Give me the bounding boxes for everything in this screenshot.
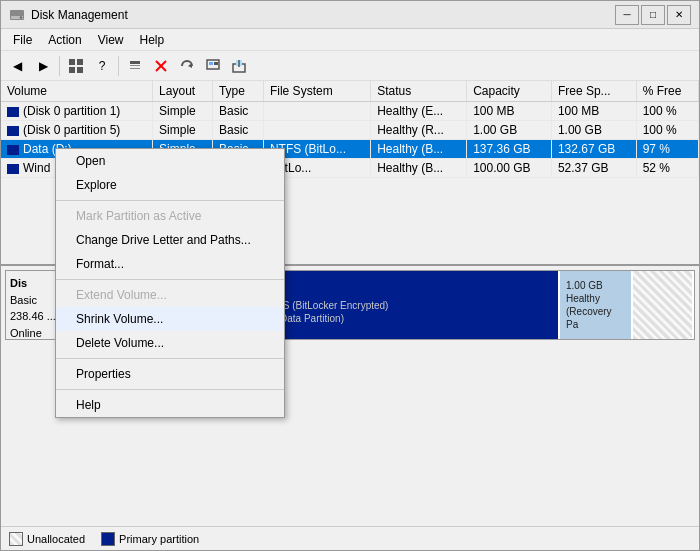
ctx-item-properties[interactable]: Properties — [56, 362, 284, 386]
svg-marker-12 — [188, 63, 192, 68]
ctx-item-help[interactable]: Help — [56, 393, 284, 417]
legend-unallocated: Unallocated — [9, 532, 85, 546]
legend-primary-box — [101, 532, 115, 546]
export-button[interactable] — [227, 55, 251, 77]
table-cell: (Disk 0 partition 1) — [1, 102, 153, 121]
svg-rect-3 — [69, 59, 75, 65]
ctx-item-extend-volume-: Extend Volume... — [56, 283, 284, 307]
ctx-separator — [56, 358, 284, 359]
svg-rect-9 — [130, 68, 140, 69]
ctx-item-shrink-volume-[interactable]: Shrink Volume... — [56, 307, 284, 331]
ctx-separator — [56, 389, 284, 390]
table-row[interactable]: (Disk 0 partition 5)SimpleBasicHealthy (… — [1, 121, 699, 140]
menu-help[interactable]: Help — [132, 31, 173, 49]
ctx-item-change-drive-letter-and-paths-[interactable]: Change Drive Letter and Paths... — [56, 228, 284, 252]
ctx-separator — [56, 200, 284, 201]
volume-icon — [7, 145, 19, 155]
table-cell: 100 MB — [467, 102, 552, 121]
col-filesystem[interactable]: File System — [263, 81, 370, 102]
window-controls: ─ □ ✕ — [615, 5, 691, 25]
table-cell: 100.00 GB — [467, 159, 552, 178]
title-bar: Disk Management ─ □ ✕ — [1, 1, 699, 29]
table-cell: 132.67 GB — [551, 140, 636, 159]
menu-action[interactable]: Action — [40, 31, 89, 49]
svg-rect-8 — [130, 65, 140, 66]
table-cell: 1.00 GB — [551, 121, 636, 140]
table-cell: Basic — [212, 102, 263, 121]
table-cell: Basic — [212, 121, 263, 140]
col-volume[interactable]: Volume — [1, 81, 153, 102]
legend-primary-label: Primary partition — [119, 533, 199, 545]
table-cell: 52 % — [636, 159, 698, 178]
table-cell: Simple — [153, 121, 213, 140]
menu-view[interactable]: View — [90, 31, 132, 49]
ctx-item-explore[interactable]: Explore — [56, 173, 284, 197]
legend-bar: Unallocated Primary partition — [1, 526, 699, 550]
table-cell: Healthy (R... — [371, 121, 467, 140]
ctx-item-open[interactable]: Open — [56, 149, 284, 173]
close-button[interactable]: ✕ — [667, 5, 691, 25]
ctx-item-format-[interactable]: Format... — [56, 252, 284, 276]
table-cell: 97 % — [636, 140, 698, 159]
table-cell: Simple — [153, 102, 213, 121]
table-cell: Healthy (B... — [371, 140, 467, 159]
back-button[interactable]: ◀ — [5, 55, 29, 77]
svg-rect-15 — [214, 62, 218, 65]
table-cell: 52.37 GB — [551, 159, 636, 178]
table-cell — [263, 121, 370, 140]
volume-icon — [7, 107, 19, 117]
properties-button[interactable] — [123, 55, 147, 77]
svg-point-2 — [20, 16, 22, 18]
svg-rect-14 — [209, 62, 213, 65]
context-menu[interactable]: OpenExploreMark Partition as ActiveChang… — [55, 148, 285, 418]
table-cell: 100 % — [636, 102, 698, 121]
svg-rect-5 — [69, 67, 75, 73]
table-cell: 137.36 GB — [467, 140, 552, 159]
grid-button[interactable] — [64, 55, 88, 77]
legend-unalloc-label: Unallocated — [27, 533, 85, 545]
table-cell: Healthy (B... — [371, 159, 467, 178]
ctx-separator — [56, 279, 284, 280]
table-cell: (Disk 0 partition 5) — [1, 121, 153, 140]
toolbar-sep-2 — [118, 56, 119, 76]
ctx-item-mark-partition-as-active: Mark Partition as Active — [56, 204, 284, 228]
legend-unalloc-box — [9, 532, 23, 546]
volume-icon — [7, 126, 19, 136]
col-type[interactable]: Type — [212, 81, 263, 102]
col-free[interactable]: Free Sp... — [551, 81, 636, 102]
table-cell — [263, 102, 370, 121]
menu-bar: File Action View Help — [1, 29, 699, 51]
legend-primary: Primary partition — [101, 532, 199, 546]
toolbar-sep-1 — [59, 56, 60, 76]
menu-file[interactable]: File — [5, 31, 40, 49]
table-cell: Healthy (E... — [371, 102, 467, 121]
svg-rect-7 — [130, 61, 140, 64]
table-cell: 100 MB — [551, 102, 636, 121]
col-layout[interactable]: Layout — [153, 81, 213, 102]
minimize-button[interactable]: ─ — [615, 5, 639, 25]
window-title: Disk Management — [31, 8, 615, 22]
partition-0-2-details: 1.00 GBHealthy (Recovery Pa — [566, 279, 625, 331]
volume-icon — [7, 164, 19, 174]
forward-button[interactable]: ▶ — [31, 55, 55, 77]
maximize-button[interactable]: □ — [641, 5, 665, 25]
svg-rect-6 — [77, 67, 83, 73]
toolbar: ◀ ▶ ? — [1, 51, 699, 81]
help-button[interactable]: ? — [90, 55, 114, 77]
table-cell: 100 % — [636, 121, 698, 140]
refresh-button[interactable] — [175, 55, 199, 77]
import-button[interactable] — [201, 55, 225, 77]
partition-0-2[interactable]: 1.00 GBHealthy (Recovery Pa — [560, 271, 633, 339]
partition-0-3[interactable] — [633, 271, 694, 339]
delete-button[interactable] — [149, 55, 173, 77]
table-cell: 1.00 GB — [467, 121, 552, 140]
col-pct[interactable]: % Free — [636, 81, 698, 102]
col-capacity[interactable]: Capacity — [467, 81, 552, 102]
col-status[interactable]: Status — [371, 81, 467, 102]
svg-rect-4 — [77, 59, 83, 65]
app-icon — [9, 7, 25, 23]
ctx-item-delete-volume-[interactable]: Delete Volume... — [56, 331, 284, 355]
table-row[interactable]: (Disk 0 partition 1)SimpleBasicHealthy (… — [1, 102, 699, 121]
